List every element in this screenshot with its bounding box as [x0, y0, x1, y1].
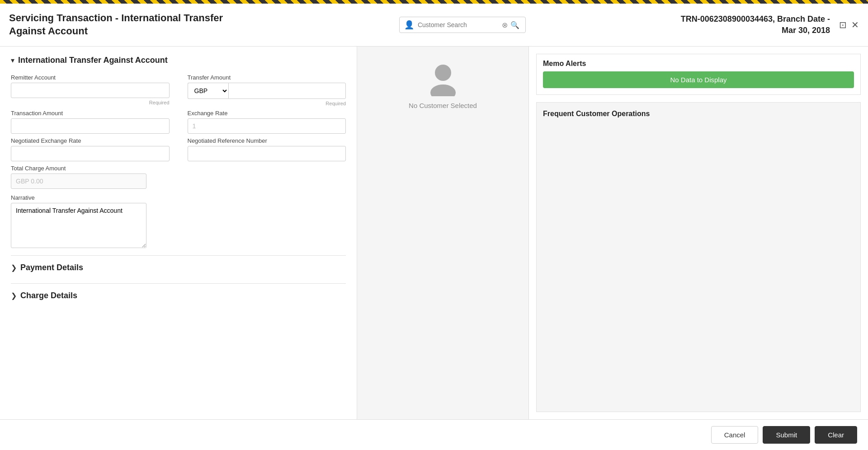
- window-controls: ⊡ ✕: [839, 19, 859, 30]
- remitter-account-input[interactable]: [11, 83, 170, 98]
- footer-bar: Cancel Submit Clear: [0, 419, 868, 450]
- title-bar: Servicing Transaction - International Tr…: [0, 4, 868, 47]
- section-header[interactable]: ▾ International Transfer Against Account: [11, 56, 346, 65]
- negotiated-exchange-rate-input[interactable]: [11, 146, 170, 161]
- transfer-amount-row: GBP USD EUR JPY: [188, 83, 346, 99]
- negotiated-exchange-rate-label: Negotiated Exchange Rate: [11, 137, 170, 144]
- remitter-account-group: Remitter Account Required: [11, 74, 170, 106]
- svg-point-1: [430, 84, 456, 96]
- page-title: Servicing Transaction - International Tr…: [9, 12, 244, 38]
- remitter-account-required: Required: [11, 100, 170, 105]
- frequent-customer-operations-section: Frequent Customer Operations: [536, 102, 861, 412]
- close-icon[interactable]: ✕: [851, 19, 859, 30]
- total-charge-amount-label: Total Charge Amount: [11, 165, 346, 172]
- transaction-amount-label: Transaction Amount: [11, 110, 170, 117]
- negotiated-reference-number-group: Negotiated Reference Number: [188, 137, 346, 161]
- frequent-customer-operations-title: Frequent Customer Operations: [543, 109, 854, 119]
- total-charge-amount-group: Total Charge Amount: [11, 165, 346, 189]
- top-bar: [0, 0, 868, 4]
- negotiated-exchange-rate-group: Negotiated Exchange Rate: [11, 137, 170, 161]
- transaction-amount-group: Transaction Amount: [11, 110, 170, 134]
- section-title: International Transfer Against Account: [18, 56, 168, 65]
- negotiated-reference-number-input[interactable]: [188, 146, 346, 161]
- avatar: [425, 60, 461, 96]
- charge-details-section[interactable]: ❯ Charge Details: [11, 283, 346, 308]
- clear-search-icon[interactable]: ⊗: [500, 21, 509, 29]
- transfer-amount-required: Required: [188, 101, 346, 106]
- currency-select[interactable]: GBP USD EUR JPY: [188, 83, 228, 99]
- main-window: Servicing Transaction - International Tr…: [0, 4, 868, 450]
- person-icon: 👤: [404, 20, 414, 30]
- no-customer-text: No Customer Selected: [409, 102, 477, 109]
- cancel-button[interactable]: Cancel: [711, 426, 759, 444]
- transfer-amount-group: Transfer Amount GBP USD EUR JPY Required: [188, 74, 346, 106]
- right-panel: Memo Alerts No Data to Display Frequent …: [529, 47, 868, 419]
- exchange-rate-input[interactable]: [188, 118, 346, 134]
- remitter-account-label: Remitter Account: [11, 74, 170, 81]
- narrative-label: Narrative: [11, 194, 346, 201]
- search-icon[interactable]: 🔍: [509, 21, 521, 29]
- trn-line1: TRN-0062308900034463, Branch Date -: [681, 14, 830, 25]
- no-data-button: No Data to Display: [543, 71, 854, 88]
- transfer-amount-label: Transfer Amount: [188, 74, 346, 81]
- search-box[interactable]: 👤 ⊗ 🔍: [399, 17, 526, 33]
- payment-details-title: Payment Details: [20, 263, 83, 272]
- search-area: 👤 ⊗ 🔍: [244, 17, 681, 33]
- payment-details-section[interactable]: ❯ Payment Details: [11, 255, 346, 280]
- narrative-group: Narrative International Transfer Against…: [11, 194, 346, 248]
- total-charge-amount-input[interactable]: [11, 173, 146, 189]
- form-row-2: Transaction Amount Exchange Rate: [11, 110, 346, 134]
- transfer-amount-input[interactable]: [228, 83, 346, 99]
- narrative-input[interactable]: International Transfer Against Account: [11, 203, 146, 248]
- search-input[interactable]: [418, 21, 500, 28]
- charge-details-chevron: ❯: [11, 291, 17, 300]
- payment-details-chevron: ❯: [11, 263, 17, 272]
- clear-button[interactable]: Clear: [815, 426, 857, 444]
- negotiated-reference-number-label: Negotiated Reference Number: [188, 137, 346, 144]
- form-row-3: Negotiated Exchange Rate Negotiated Refe…: [11, 137, 346, 161]
- main-content: ▾ International Transfer Against Account…: [0, 47, 868, 419]
- exchange-rate-label: Exchange Rate: [188, 110, 346, 117]
- customer-panel: No Customer Selected: [357, 47, 529, 419]
- memo-alerts-title: Memo Alerts: [537, 54, 860, 71]
- submit-button[interactable]: Submit: [763, 426, 810, 444]
- memo-alerts-section: Memo Alerts No Data to Display: [536, 54, 861, 95]
- trn-info: TRN-0062308900034463, Branch Date - Mar …: [681, 14, 830, 36]
- exchange-rate-group: Exchange Rate: [188, 110, 346, 134]
- form-row-1: Remitter Account Required Transfer Amoun…: [11, 74, 346, 106]
- transaction-amount-input[interactable]: [11, 118, 170, 134]
- section-chevron: ▾: [11, 56, 14, 65]
- charge-details-title: Charge Details: [20, 291, 77, 300]
- minimize-icon[interactable]: ⊡: [839, 19, 847, 30]
- form-area: ▾ International Transfer Against Account…: [0, 47, 357, 419]
- svg-point-0: [435, 65, 451, 81]
- trn-line2: Mar 30, 2018: [681, 25, 830, 36]
